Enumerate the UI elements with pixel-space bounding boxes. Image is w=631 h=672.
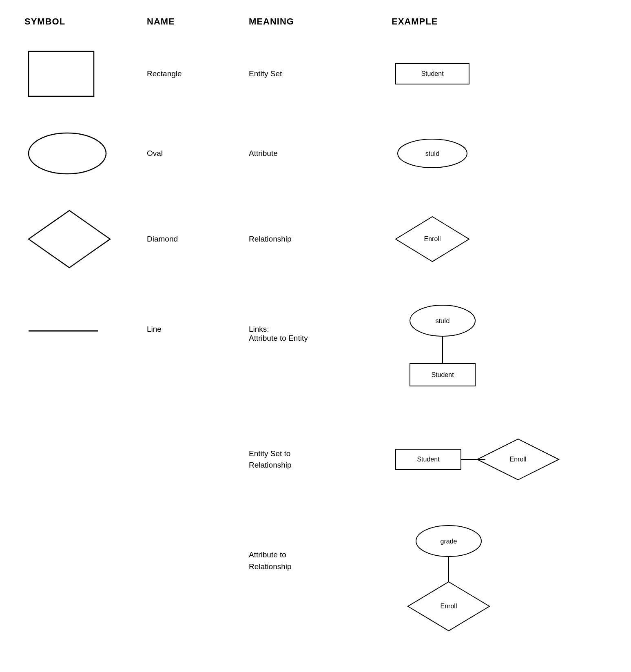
oval-symbol-svg	[24, 129, 110, 178]
svg-marker-6	[29, 211, 110, 268]
col-name-header: NAME	[147, 16, 249, 27]
table-row: Rectangle Entity Set Student	[24, 43, 607, 104]
svg-text:Student: Student	[431, 371, 454, 378]
name-empty-1	[147, 455, 249, 464]
example-rectangle-svg: Student	[392, 60, 473, 88]
meaning-line: Links: Attribute to Entity	[249, 296, 392, 347]
example-attr-to-rel-svg: grade Enroll	[392, 521, 506, 639]
example-line-svg: stuId Student	[392, 300, 494, 402]
example-attr-to-rel: grade Enroll	[392, 517, 607, 643]
line-symbol-svg	[24, 325, 102, 337]
name-line: Line	[147, 296, 249, 338]
meaning-rectangle: Entity Set	[249, 65, 392, 82]
page: SYMBOL NAME MEANING EXAMPLE Rectangle En…	[0, 0, 631, 672]
svg-text:Enroll: Enroll	[510, 456, 527, 463]
table-row: Line Links: Attribute to Entity stuId St…	[24, 296, 607, 406]
svg-point-3	[29, 133, 106, 174]
example-line: stuId Student	[392, 296, 607, 406]
symbol-oval	[24, 125, 147, 182]
example-rectangle: Student	[392, 55, 607, 92]
svg-text:Enroll: Enroll	[441, 603, 457, 610]
name-diamond: Diamond	[147, 231, 249, 248]
diamond-symbol-svg	[24, 206, 114, 272]
svg-rect-0	[29, 51, 94, 96]
symbol-line	[24, 296, 147, 341]
table-row: Oval Attribute stuId	[24, 125, 607, 182]
name-oval: Oval	[147, 145, 249, 162]
meaning-entity-to-rel: Entity Set toRelationship	[249, 444, 392, 475]
symbol-empty-1	[24, 455, 147, 464]
example-oval-svg: stuId	[392, 137, 473, 170]
col-example-header: EXAMPLE	[392, 16, 607, 27]
col-symbol-header: SYMBOL	[24, 16, 147, 27]
meaning-diamond: Relationship	[249, 231, 392, 248]
table-row: Attribute toRelationship grade Enroll	[24, 517, 607, 643]
example-diamond-svg: Enroll	[392, 213, 473, 266]
rectangle-symbol-svg	[24, 47, 102, 100]
example-diamond: Enroll	[392, 208, 607, 270]
svg-text:stuId: stuId	[425, 150, 440, 157]
table-row: Entity Set toRelationship Student Enroll	[24, 431, 607, 488]
example-oval: stuId	[392, 133, 607, 174]
col-meaning-header: MEANING	[249, 16, 392, 27]
svg-text:Student: Student	[421, 70, 444, 77]
table-header: SYMBOL NAME MEANING EXAMPLE	[24, 16, 607, 31]
svg-text:stuId: stuId	[436, 317, 450, 324]
svg-text:grade: grade	[441, 538, 457, 545]
svg-text:Enroll: Enroll	[424, 235, 441, 242]
symbol-rectangle	[24, 43, 147, 104]
symbol-empty-2	[24, 517, 147, 525]
name-empty-2	[147, 517, 249, 525]
name-rectangle: Rectangle	[147, 65, 249, 82]
symbol-diamond	[24, 202, 147, 276]
example-entity-to-rel: Student Enroll	[392, 431, 607, 488]
example-entity-to-rel-svg: Student Enroll	[392, 435, 563, 484]
meaning-oval: Attribute	[249, 145, 392, 162]
svg-text:Student: Student	[417, 456, 440, 463]
meaning-attr-to-rel: Attribute toRelationship	[249, 517, 392, 577]
table-row: Diamond Relationship Enroll	[24, 202, 607, 276]
